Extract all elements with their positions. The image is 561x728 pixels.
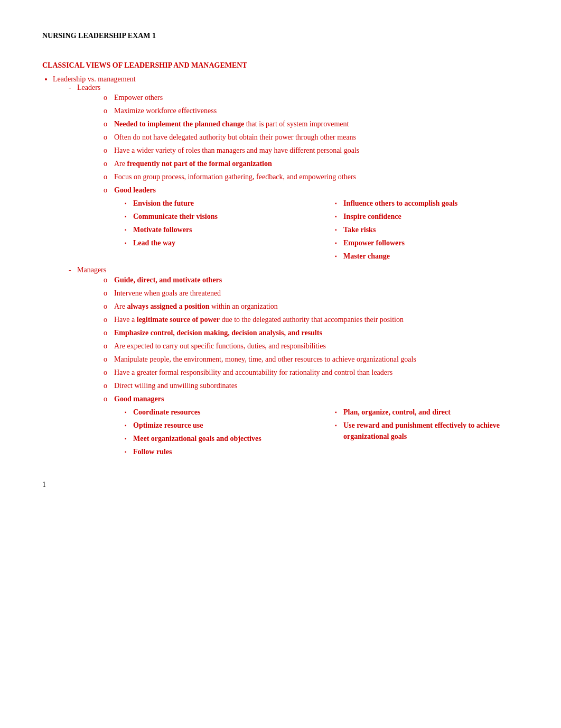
gl-item-2: Communicate their visions: [125, 211, 308, 222]
leaders-text-3-bold: Needed to implement the planned change: [114, 120, 244, 128]
gl-item-4: Lead the way: [125, 237, 308, 248]
good-managers-columns: Coordinate resources Optimize resource u…: [114, 407, 519, 459]
managers-item-6: Are expected to carry out specific funct…: [104, 340, 519, 352]
leaders-item-4: Often do not have delegated authority bu…: [104, 132, 519, 143]
leaders-item-6: Are frequently not part of the formal or…: [104, 158, 519, 169]
managers-item-2: Intervene when goals are threatened: [104, 288, 519, 299]
gl-item-3: Motivate followers: [125, 224, 308, 235]
managers-item-10: Good managers Coordinate resources Optim…: [104, 393, 519, 459]
gl-item-1: Envision the future: [125, 198, 308, 209]
dash-list: Leaders Empower others Maximize workforc…: [69, 84, 519, 459]
leaders-text-1: Empower others: [114, 94, 163, 102]
leaders-text-6-bold: frequently not part of the formal organi…: [127, 160, 272, 168]
leaders-item-5: Have a wider variety of roles than manag…: [104, 145, 519, 156]
managers-text-2: Intervene when goals are threatened: [114, 289, 221, 297]
leaders-item: Leaders Empower others Maximize workforc…: [69, 84, 519, 264]
managers-text-4-rest: due to the delegated authority that acco…: [220, 316, 404, 324]
section-title: CLASSICAL VIEWS OF LEADERSHIP AND MANAGE…: [42, 61, 519, 70]
managers-text-5: Emphasize control, decision making, deci…: [114, 329, 322, 337]
gl-item-8: Empower followers: [335, 237, 519, 248]
leaders-text-7: Focus on group process, information gath…: [114, 173, 356, 181]
leaders-item-7: Focus on group process, information gath…: [104, 171, 519, 182]
managers-item: Managers Guide, direct, and motivate oth…: [69, 266, 519, 459]
leaders-item-8: Good leaders Envision the future Communi…: [104, 185, 519, 264]
gm-item-2: Optimize resource use: [125, 420, 308, 431]
leaders-item-1: Empower others: [104, 92, 519, 103]
managers-item-4: Have a legitimate source of power due to…: [104, 314, 519, 325]
managers-text-4-bold: legitimate source of power: [137, 316, 220, 324]
good-managers-list2: Plan, organize, control, and direct Use …: [335, 407, 519, 442]
managers-item-5: Emphasize control, decision making, deci…: [104, 327, 519, 338]
managers-text-9: Direct willing and unwilling subordinate…: [114, 382, 237, 390]
managers-text-8: Have a greater formal responsibility and…: [114, 368, 392, 376]
managers-item-8: Have a greater formal responsibility and…: [104, 367, 519, 378]
gm-item-1: Coordinate resources: [125, 407, 308, 418]
top-level-list: Leadership vs. management Leaders Empowe…: [53, 75, 519, 459]
gm-item-6: Use reward and punishment effectively to…: [335, 420, 519, 442]
good-leaders-list1: Envision the future Communicate their vi…: [125, 198, 308, 248]
gm-item-3: Meet organizational goals and objectives: [125, 433, 308, 444]
managers-text-3-rest: within an organization: [209, 302, 277, 310]
managers-label: Managers: [77, 266, 106, 274]
managers-circle-list: Guide, direct, and motivate others Inter…: [104, 274, 519, 459]
good-leaders-columns: Envision the future Communicate their vi…: [114, 198, 519, 264]
managers-text-4-pre: Have a: [114, 316, 137, 324]
gm-item-4: Follow rules: [125, 446, 308, 457]
good-leaders-col2: Influence others to accomplish goals Ins…: [324, 198, 519, 264]
managers-text-3-pre: Are: [114, 302, 127, 310]
gl-item-7: Take risks: [335, 224, 519, 235]
leadership-vs-management-item: Leadership vs. management Leaders Empowe…: [53, 75, 519, 459]
managers-text-3-bold: always assigned a position: [127, 302, 210, 310]
good-leaders-list2: Influence others to accomplish goals Ins…: [335, 198, 519, 262]
leaders-item-2: Maximize workforce effectiveness: [104, 105, 519, 116]
good-managers-col2: Plan, organize, control, and direct Use …: [324, 407, 519, 459]
managers-text-7: Manipulate people, the environment, mone…: [114, 355, 416, 363]
managers-item-7: Manipulate people, the environment, mone…: [104, 354, 519, 365]
leaders-circle-list: Empower others Maximize workforce effect…: [104, 92, 519, 264]
managers-text-1: Guide, direct, and motivate others: [114, 276, 222, 284]
managers-item-3: Are always assigned a position within an…: [104, 301, 519, 312]
gm-item-5: Plan, organize, control, and direct: [335, 407, 519, 418]
good-leaders-header: Good leaders: [114, 186, 156, 194]
good-managers-list1: Coordinate resources Optimize resource u…: [125, 407, 308, 457]
good-managers-col1: Coordinate resources Optimize resource u…: [114, 407, 308, 459]
gl-item-5: Influence others to accomplish goals: [335, 198, 519, 209]
good-leaders-col1: Envision the future Communicate their vi…: [114, 198, 308, 264]
gl-item-6: Inspire confidence: [335, 211, 519, 222]
leaders-text-4: Often do not have delegated authority bu…: [114, 133, 356, 141]
managers-item-9: Direct willing and unwilling subordinate…: [104, 380, 519, 391]
leaders-text-3-rest: that is part of system improvement: [244, 120, 349, 128]
leaders-text-2: Maximize workforce effectiveness: [114, 107, 217, 115]
page-number: 1: [42, 481, 519, 489]
leaders-text-6-pre: Are: [114, 160, 127, 168]
leaders-label: Leaders: [77, 84, 100, 91]
leaders-text-5: Have a wider variety of roles than manag…: [114, 146, 359, 154]
managers-item-1: Guide, direct, and motivate others: [104, 274, 519, 285]
good-managers-header: Good managers: [114, 395, 164, 403]
leadership-vs-management-label: Leadership vs. management: [53, 75, 136, 83]
page-title: NURSING LEADERSHIP EXAM 1: [42, 32, 519, 40]
leaders-item-3: Needed to implement the planned change t…: [104, 118, 519, 130]
gl-item-9: Master change: [335, 251, 519, 262]
managers-text-6: Are expected to carry out specific funct…: [114, 342, 326, 350]
